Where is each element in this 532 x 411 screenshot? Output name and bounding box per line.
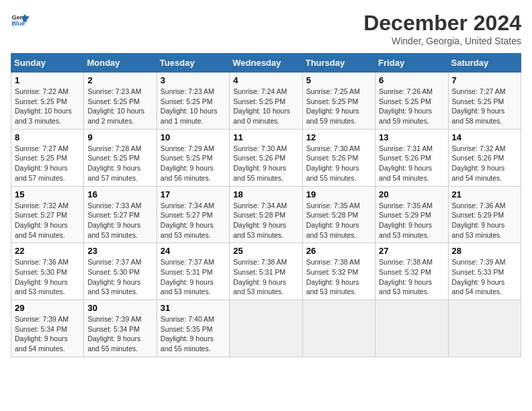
calendar-cell: 28Sunrise: 7:39 AM Sunset: 5:33 PM Dayli… <box>448 243 521 300</box>
header-day-friday: Friday <box>375 54 448 73</box>
day-info: Sunrise: 7:26 AM Sunset: 5:25 PM Dayligh… <box>379 87 444 126</box>
week-row-1: 1Sunrise: 7:22 AM Sunset: 5:25 PM Daylig… <box>11 73 521 130</box>
calendar-cell: 5Sunrise: 7:25 AM Sunset: 5:25 PM Daylig… <box>302 73 375 130</box>
day-info: Sunrise: 7:35 AM Sunset: 5:29 PM Dayligh… <box>379 201 444 240</box>
calendar-cell: 27Sunrise: 7:38 AM Sunset: 5:32 PM Dayli… <box>375 243 448 300</box>
day-number: 12 <box>306 132 371 142</box>
day-info: Sunrise: 7:38 AM Sunset: 5:32 PM Dayligh… <box>306 257 371 297</box>
header: General Blue December 2024 Winder, Georg… <box>11 11 521 46</box>
day-number: 29 <box>15 303 80 313</box>
header-day-wednesday: Wednesday <box>230 54 302 73</box>
calendar-cell: 25Sunrise: 7:38 AM Sunset: 5:31 PM Dayli… <box>230 243 302 300</box>
day-info: Sunrise: 7:27 AM Sunset: 5:25 PM Dayligh… <box>15 144 80 183</box>
day-info: Sunrise: 7:40 AM Sunset: 5:35 PM Dayligh… <box>161 314 226 354</box>
header-day-tuesday: Tuesday <box>157 54 229 73</box>
calendar-cell: 15Sunrise: 7:32 AM Sunset: 5:27 PM Dayli… <box>11 186 84 243</box>
calendar-cell: 1Sunrise: 7:22 AM Sunset: 5:25 PM Daylig… <box>11 73 84 130</box>
header-day-thursday: Thursday <box>302 54 375 73</box>
day-info: Sunrise: 7:34 AM Sunset: 5:27 PM Dayligh… <box>161 201 226 240</box>
day-number: 25 <box>233 246 298 256</box>
day-info: Sunrise: 7:28 AM Sunset: 5:25 PM Dayligh… <box>87 144 152 183</box>
day-info: Sunrise: 7:25 AM Sunset: 5:25 PM Dayligh… <box>306 87 371 126</box>
calendar-cell: 9Sunrise: 7:28 AM Sunset: 5:25 PM Daylig… <box>84 129 157 186</box>
day-info: Sunrise: 7:32 AM Sunset: 5:27 PM Dayligh… <box>15 201 80 240</box>
day-number: 28 <box>452 246 517 256</box>
week-row-5: 29Sunrise: 7:39 AM Sunset: 5:34 PM Dayli… <box>11 300 521 357</box>
calendar-table: SundayMondayTuesdayWednesdayThursdayFrid… <box>11 53 521 357</box>
day-number: 11 <box>233 132 298 142</box>
calendar-cell <box>230 300 302 357</box>
calendar-cell: 23Sunrise: 7:37 AM Sunset: 5:30 PM Dayli… <box>84 243 157 300</box>
day-number: 18 <box>233 189 298 199</box>
day-number: 3 <box>161 75 226 85</box>
calendar-cell: 30Sunrise: 7:39 AM Sunset: 5:34 PM Dayli… <box>84 300 157 357</box>
calendar-cell: 11Sunrise: 7:30 AM Sunset: 5:26 PM Dayli… <box>230 129 302 186</box>
calendar-cell: 20Sunrise: 7:35 AM Sunset: 5:29 PM Dayli… <box>375 186 448 243</box>
day-info: Sunrise: 7:39 AM Sunset: 5:34 PM Dayligh… <box>15 314 80 354</box>
day-number: 6 <box>379 75 444 85</box>
day-info: Sunrise: 7:35 AM Sunset: 5:28 PM Dayligh… <box>306 201 371 240</box>
day-number: 24 <box>161 246 226 256</box>
calendar-cell: 31Sunrise: 7:40 AM Sunset: 5:35 PM Dayli… <box>157 300 229 357</box>
header-day-sunday: Sunday <box>11 54 84 73</box>
calendar-cell: 17Sunrise: 7:34 AM Sunset: 5:27 PM Dayli… <box>157 186 229 243</box>
day-info: Sunrise: 7:39 AM Sunset: 5:33 PM Dayligh… <box>452 257 517 297</box>
day-number: 21 <box>452 189 517 199</box>
day-info: Sunrise: 7:30 AM Sunset: 5:26 PM Dayligh… <box>233 144 298 183</box>
day-number: 17 <box>161 189 226 199</box>
calendar-cell: 29Sunrise: 7:39 AM Sunset: 5:34 PM Dayli… <box>11 300 84 357</box>
calendar-cell: 14Sunrise: 7:32 AM Sunset: 5:26 PM Dayli… <box>448 129 521 186</box>
day-info: Sunrise: 7:37 AM Sunset: 5:31 PM Dayligh… <box>161 257 226 297</box>
day-info: Sunrise: 7:32 AM Sunset: 5:26 PM Dayligh… <box>452 144 517 183</box>
day-number: 31 <box>161 303 226 313</box>
day-number: 22 <box>15 246 80 256</box>
day-info: Sunrise: 7:36 AM Sunset: 5:29 PM Dayligh… <box>452 201 517 240</box>
day-info: Sunrise: 7:39 AM Sunset: 5:34 PM Dayligh… <box>87 314 152 354</box>
day-number: 14 <box>452 132 517 142</box>
calendar-cell: 6Sunrise: 7:26 AM Sunset: 5:25 PM Daylig… <box>375 73 448 130</box>
header-row: SundayMondayTuesdayWednesdayThursdayFrid… <box>11 54 521 73</box>
day-info: Sunrise: 7:27 AM Sunset: 5:25 PM Dayligh… <box>452 87 517 126</box>
logo-icon: General Blue <box>11 11 30 30</box>
calendar-cell <box>302 300 375 357</box>
day-info: Sunrise: 7:30 AM Sunset: 5:26 PM Dayligh… <box>306 144 371 183</box>
svg-text:Blue: Blue <box>11 20 25 27</box>
page-title: December 2024 <box>363 11 521 36</box>
day-info: Sunrise: 7:33 AM Sunset: 5:27 PM Dayligh… <box>87 201 152 240</box>
day-number: 2 <box>87 75 152 85</box>
header-day-saturday: Saturday <box>448 54 521 73</box>
day-info: Sunrise: 7:31 AM Sunset: 5:26 PM Dayligh… <box>379 144 444 183</box>
day-info: Sunrise: 7:34 AM Sunset: 5:28 PM Dayligh… <box>233 201 298 240</box>
header-day-monday: Monday <box>84 54 157 73</box>
day-number: 26 <box>306 246 371 256</box>
week-row-2: 8Sunrise: 7:27 AM Sunset: 5:25 PM Daylig… <box>11 129 521 186</box>
day-info: Sunrise: 7:37 AM Sunset: 5:30 PM Dayligh… <box>87 257 152 297</box>
calendar-cell: 19Sunrise: 7:35 AM Sunset: 5:28 PM Dayli… <box>302 186 375 243</box>
day-number: 13 <box>379 132 444 142</box>
day-info: Sunrise: 7:24 AM Sunset: 5:25 PM Dayligh… <box>233 87 298 126</box>
day-number: 30 <box>87 303 152 313</box>
logo: General Blue <box>11 11 30 30</box>
calendar-cell: 26Sunrise: 7:38 AM Sunset: 5:32 PM Dayli… <box>302 243 375 300</box>
calendar-cell <box>448 300 521 357</box>
page-subtitle: Winder, Georgia, United States <box>363 36 521 46</box>
day-info: Sunrise: 7:29 AM Sunset: 5:25 PM Dayligh… <box>161 144 226 183</box>
calendar-cell <box>375 300 448 357</box>
calendar-cell: 24Sunrise: 7:37 AM Sunset: 5:31 PM Dayli… <box>157 243 229 300</box>
day-number: 15 <box>15 189 80 199</box>
day-number: 4 <box>233 75 298 85</box>
calendar-cell: 8Sunrise: 7:27 AM Sunset: 5:25 PM Daylig… <box>11 129 84 186</box>
day-number: 10 <box>161 132 226 142</box>
day-number: 27 <box>379 246 444 256</box>
day-number: 20 <box>379 189 444 199</box>
day-number: 23 <box>87 246 152 256</box>
calendar-cell: 16Sunrise: 7:33 AM Sunset: 5:27 PM Dayli… <box>84 186 157 243</box>
day-number: 5 <box>306 75 371 85</box>
day-info: Sunrise: 7:22 AM Sunset: 5:25 PM Dayligh… <box>15 87 80 126</box>
calendar-cell: 7Sunrise: 7:27 AM Sunset: 5:25 PM Daylig… <box>448 73 521 130</box>
calendar-cell: 18Sunrise: 7:34 AM Sunset: 5:28 PM Dayli… <box>230 186 302 243</box>
calendar-cell: 21Sunrise: 7:36 AM Sunset: 5:29 PM Dayli… <box>448 186 521 243</box>
day-info: Sunrise: 7:23 AM Sunset: 5:25 PM Dayligh… <box>87 87 152 126</box>
day-number: 9 <box>87 132 152 142</box>
calendar-cell: 10Sunrise: 7:29 AM Sunset: 5:25 PM Dayli… <box>157 129 229 186</box>
